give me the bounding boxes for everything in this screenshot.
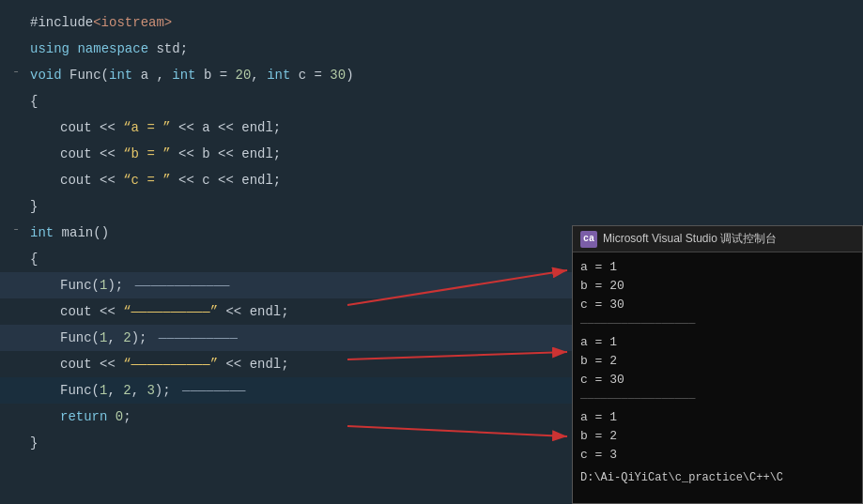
code-line-14: cout << “——————————” << endl; (0, 351, 582, 377)
code-line-16: return 0; (0, 404, 582, 430)
code-line-11: Func(1); ———————————— (0, 272, 582, 298)
code-line-4: { (0, 88, 582, 115)
code-text-8: } (30, 193, 38, 220)
console-output-9: c = 3 (580, 446, 855, 465)
fold-icon-9[interactable]: ⁻ (12, 220, 19, 246)
gutter-3: ⁻ (8, 62, 24, 88)
console-icon: ca (580, 231, 597, 248)
code-line-8: } (0, 193, 582, 220)
console-title: Microsoft Visual Studio 调试控制台 (603, 231, 777, 247)
code-text-12: cout << “——————————” << endl; (30, 298, 289, 325)
code-line-13: Func(1, 2); —————————— (0, 325, 582, 351)
console-output-3: c = 30 (580, 296, 855, 314)
code-text-17: } (30, 430, 38, 456)
code-line-6: cout << “b = ” << b << endl; (0, 141, 582, 167)
code-line-7: cout << “c = ” << c << endl; (0, 167, 582, 193)
fold-icon-3[interactable]: ⁻ (12, 62, 19, 88)
code-line-15: Func(1, 2, 3); ———————— (0, 377, 582, 404)
console-body: a = 1 b = 20 c = 30 ————————————————— a … (573, 252, 862, 493)
console-window: ca Microsoft Visual Studio 调试控制台 a = 1 b… (572, 225, 863, 504)
code-text-1: #include<iostream> (30, 9, 172, 36)
code-text-15: Func(1, 2, 3); ———————— (30, 377, 245, 404)
code-line-9: ⁻ int main() (0, 220, 582, 246)
code-text-7: cout << “c = ” << c << endl; (30, 167, 281, 193)
code-text-11: Func(1); ———————————— (30, 272, 229, 298)
code-text-9: int main() (30, 220, 109, 246)
code-text-10: { (30, 246, 38, 272)
code-line-3: ⁻ void Func(int a , int b = 20, int c = … (0, 62, 582, 88)
console-output-6: c = 30 (580, 371, 855, 389)
console-divider-1: ————————————————— (580, 314, 855, 333)
console-output-1: a = 1 (580, 258, 855, 277)
code-editor: #include<iostream> using namespace std; … (0, 0, 582, 504)
code-text-3: void Func(int a , int b = 20, int c = 30… (30, 62, 354, 88)
console-output-5: b = 2 (580, 352, 855, 371)
code-text-6: cout << “b = ” << b << endl; (30, 141, 281, 167)
gutter-9: ⁻ (8, 220, 24, 246)
code-line-17: } (0, 430, 582, 456)
code-text-16: return 0; (30, 404, 131, 430)
console-output-2: b = 20 (580, 277, 855, 296)
code-text-14: cout << “——————————” << endl; (30, 351, 289, 377)
console-icon-text: ca (583, 234, 594, 244)
console-output-4: a = 1 (580, 333, 855, 352)
console-output-8: b = 2 (580, 427, 855, 446)
console-titlebar: ca Microsoft Visual Studio 调试控制台 (573, 226, 862, 252)
code-text-2: using namespace std; (30, 36, 188, 62)
console-path: D:\Ai-QiYiCat\c_practice\C++\C (580, 468, 855, 487)
code-text-5: cout << “a = ” << a << endl; (30, 115, 281, 141)
code-line-2: using namespace std; (0, 36, 582, 62)
code-line-12: cout << “——————————” << endl; (0, 298, 582, 325)
code-line-1: #include<iostream> (0, 9, 582, 36)
code-text-4: { (30, 88, 38, 115)
console-divider-2: ————————————————— (580, 389, 855, 408)
code-text-13: Func(1, 2); —————————— (30, 325, 238, 351)
code-line-10: { (0, 246, 582, 272)
console-output-7: a = 1 (580, 408, 855, 427)
code-line-5: cout << “a = ” << a << endl; (0, 115, 582, 141)
